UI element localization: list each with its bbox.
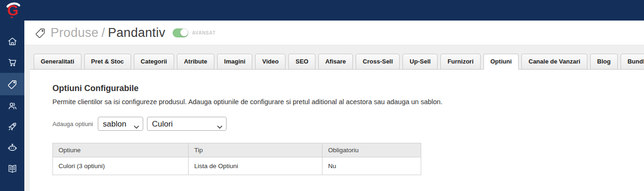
panel-description: Permite clientilor sa isi configureze pr… <box>52 98 630 106</box>
home-icon <box>7 36 18 47</box>
tab-optiuni[interactable]: Optiuni <box>483 54 519 70</box>
tab-pret-stoc[interactable]: Pret & Stoc <box>84 54 131 70</box>
avansat-toggle-knob <box>180 28 188 36</box>
cart-icon <box>7 57 18 68</box>
sidebar-item-customers[interactable] <box>0 95 24 116</box>
sidebar-item-tools[interactable] <box>0 185 24 191</box>
sidebar-item-marketing[interactable] <box>0 116 24 137</box>
tag-icon <box>7 79 18 90</box>
tab-canale-de-vanzari[interactable]: Canale de Vanzari <box>521 54 587 70</box>
options-table-header-row: Optiune Tip Obligatoriu <box>53 143 421 157</box>
tab-bundle[interactable]: Bundle <box>621 54 644 70</box>
tab-categorii[interactable]: Categorii <box>134 54 174 70</box>
table-cell: Nu <box>322 157 421 175</box>
sidebar-item-orders[interactable] <box>0 52 24 73</box>
robot-icon <box>7 142 18 153</box>
tab-video[interactable]: Video <box>255 54 285 70</box>
template-select[interactable]: sablon <box>98 117 143 131</box>
main-area: Produse/Pandantiv AVANSAT GeneralitatiPr… <box>24 21 644 191</box>
tab-afisare[interactable]: Afisare <box>318 54 353 70</box>
table-cell: Lista de Optiuni <box>189 157 322 175</box>
tab-atribute[interactable]: Atribute <box>177 54 214 70</box>
add-options-controls: Adauga optiuni sablon Culori <box>52 117 630 131</box>
sidebar-item-products[interactable] <box>0 73 24 95</box>
tab-cross-sell[interactable]: Cross-Sell <box>356 54 400 70</box>
brand-logo[interactable]: G <box>4 1 22 19</box>
sidebar-item-blog[interactable] <box>0 158 24 179</box>
tab-blog[interactable]: Blog <box>590 54 618 70</box>
page-header: Produse/Pandantiv AVANSAT <box>24 21 644 45</box>
options-table: Optiune Tip Obligatoriu Culori (3 optiun… <box>52 143 421 175</box>
tab-seo[interactable]: SEO <box>288 54 315 70</box>
panel-title: Optiuni Configurabile <box>52 84 630 93</box>
tag-title-icon <box>35 27 46 39</box>
brand-logo-icon: G <box>4 1 22 19</box>
avansat-toggle[interactable] <box>173 28 188 37</box>
tab-bar: GeneralitatiPret & StocCategoriiAtribute… <box>30 54 644 70</box>
top-bar: G <box>0 0 644 21</box>
breadcrumb-separator: / <box>102 26 105 40</box>
options-table-body: Culori (3 optiuni)Lista de OptiuniNu <box>53 157 421 175</box>
option-select[interactable]: Culori <box>147 117 227 131</box>
table-cell: Culori (3 optiuni) <box>53 157 189 175</box>
sidebar-item-assistant[interactable] <box>0 137 24 158</box>
tab-imagini[interactable]: Imagini <box>217 54 253 70</box>
tab-furnizori[interactable]: Furnizori <box>440 54 481 70</box>
book-icon <box>7 163 18 174</box>
sidebar-item-home[interactable] <box>0 31 24 52</box>
column-header-obligatoriu: Obligatoriu <box>322 143 421 157</box>
column-header-tip: Tip <box>189 143 322 157</box>
add-options-label: Adauga optiuni <box>52 120 93 127</box>
table-row[interactable]: Culori (3 optiuni)Lista de OptiuniNu <box>53 157 421 175</box>
tabs-wrapper: GeneralitatiPret & StocCategoriiAtribute… <box>30 45 644 191</box>
rocket-icon <box>7 121 18 132</box>
column-header-optiune: Optiune <box>53 143 189 157</box>
tab-up-sell[interactable]: Up-Sell <box>402 54 438 70</box>
breadcrumb-parent: Produse <box>51 26 99 40</box>
page-title: Produse/Pandantiv <box>51 26 165 40</box>
breadcrumb-current: Pandantiv <box>108 26 165 40</box>
avansat-toggle-label: AVANSAT <box>192 30 215 35</box>
tab-content-panel: Optiuni Configurabile Permite clientilor… <box>30 70 644 191</box>
tab-generalitati[interactable]: Generalitati <box>34 54 81 70</box>
users-icon <box>7 100 18 111</box>
sidebar <box>0 21 24 191</box>
